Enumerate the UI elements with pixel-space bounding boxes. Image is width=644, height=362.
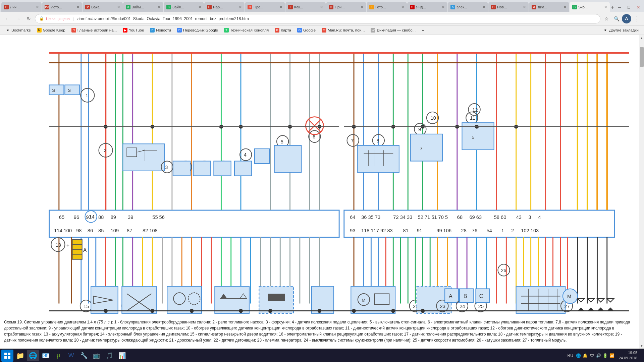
- taskbar-chrome[interactable]: 🌐: [27, 350, 39, 361]
- taskbar-utorrent[interactable]: μ: [52, 350, 64, 361]
- tab-5-close[interactable]: ✕: [198, 5, 201, 9]
- chrome-icon: 🌐: [29, 352, 37, 360]
- tab-7-close[interactable]: ✕: [279, 5, 282, 9]
- close-button[interactable]: ✕: [634, 3, 643, 11]
- tab-12-close[interactable]: ✕: [482, 5, 485, 9]
- tab-10[interactable]: Г Гото... ✕: [367, 2, 407, 12]
- bookmark-google-keep[interactable]: K Google Keep: [34, 26, 68, 34]
- tab-7[interactable]: П Про... ✕: [245, 2, 285, 12]
- svg-text:81: 81: [403, 228, 409, 233]
- security-tray-icon[interactable]: 🛡: [589, 353, 595, 358]
- address-bar[interactable]: 🔓 Не защищено | zinref.ru/avtomobili/Sko…: [35, 14, 600, 23]
- tab-15-active[interactable]: S Sko... ✕: [570, 2, 610, 12]
- network-icon[interactable]: 🌐: [576, 353, 581, 358]
- svg-point-269: [150, 309, 154, 313]
- svg-rect-157: [234, 161, 252, 176]
- start-button[interactable]: [1, 350, 13, 362]
- tab-9-favicon: П: [329, 5, 333, 9]
- reload-button[interactable]: ↻: [24, 14, 34, 23]
- svg-text:C: C: [479, 293, 483, 299]
- bookmark-main-stories[interactable]: П Главные истории на...: [69, 26, 119, 34]
- bookmark-other[interactable]: ★ Другие закладки: [600, 26, 641, 34]
- bookmark-icon-tech: Т: [224, 28, 229, 33]
- page-content: 65 96 97 88 89 39 55 56 14 114 100 98 8: [0, 35, 644, 349]
- bookmark-news[interactable]: В Новости: [147, 26, 174, 34]
- maximize-button[interactable]: □: [625, 3, 633, 11]
- svg-rect-295: [8, 353, 10, 355]
- vertical-scrollbar[interactable]: ▲ ▼: [639, 35, 644, 349]
- bookmark-bookmarks[interactable]: ★ Bookmarks: [3, 26, 34, 34]
- audio-icon[interactable]: 🔊: [596, 353, 601, 358]
- tab-1-close[interactable]: ✕: [36, 5, 39, 9]
- svg-text:87: 87: [127, 228, 132, 233]
- back-button[interactable]: ←: [3, 14, 12, 23]
- menu-button[interactable]: ⋮: [632, 14, 641, 23]
- svg-text:58 60: 58 60: [494, 215, 506, 220]
- tab-2[interactable]: Ис Исто... ✕: [42, 2, 82, 12]
- search-button[interactable]: 🔍: [612, 14, 621, 23]
- tab-6-favicon: Н: [207, 5, 212, 9]
- tab-4-title: Займ...: [132, 5, 156, 9]
- tab-10-close[interactable]: ✕: [401, 5, 404, 9]
- tab-9[interactable]: П При... ✕: [326, 2, 366, 12]
- tab-4-close[interactable]: ✕: [158, 5, 161, 9]
- taskbar-media[interactable]: 📺: [91, 350, 103, 361]
- tab-6-close[interactable]: ✕: [239, 5, 242, 9]
- language-indicator[interactable]: RU: [566, 353, 575, 358]
- taskbar-file-explorer[interactable]: 📁: [14, 350, 26, 361]
- new-tab-button[interactable]: +: [610, 3, 615, 12]
- tab-6[interactable]: Н Нар... ✕: [204, 2, 245, 12]
- battery-icon[interactable]: 🔋: [603, 353, 608, 358]
- tab-11-close[interactable]: ✕: [442, 5, 445, 9]
- diagram-description: Схема 19. Система управления двигателем …: [4, 320, 630, 343]
- taskbar-itunes[interactable]: 🎵: [103, 350, 115, 361]
- scrollbar-thumb[interactable]: [640, 47, 644, 67]
- tab-14[interactable]: Д Диа... ✕: [529, 2, 569, 12]
- bookmark-star-button[interactable]: ☆: [602, 14, 611, 23]
- bookmark-maps[interactable]: К Карта: [272, 26, 294, 34]
- tab-14-close[interactable]: ✕: [564, 5, 567, 9]
- svg-text:4: 4: [538, 215, 541, 220]
- description-area: Схема 19. Система управления двигателем …: [0, 317, 639, 349]
- svg-point-273: [318, 309, 322, 313]
- bookmark-wikipedia[interactable]: W Википедия — свобо...: [368, 26, 418, 34]
- profile-button[interactable]: A: [622, 14, 631, 23]
- bookmark-translate[interactable]: П Переводчик Google: [174, 26, 221, 34]
- tab-13-close[interactable]: ✕: [523, 5, 526, 9]
- tab-8[interactable]: К Как... ✕: [285, 2, 326, 12]
- forward-button[interactable]: →: [13, 14, 23, 23]
- tab-13[interactable]: D Нов... ✕: [488, 2, 529, 12]
- system-clock[interactable]: 19:05 24.09.2018: [616, 350, 640, 361]
- tab-3[interactable]: Ва Вака... ✕: [83, 2, 123, 12]
- tab-1[interactable]: D Лич... ✕: [1, 2, 42, 12]
- minimize-button[interactable]: ─: [615, 3, 624, 11]
- svg-text:102 103: 102 103: [521, 228, 539, 233]
- notification-icon[interactable]: 🔔: [583, 353, 588, 358]
- bookmark-google[interactable]: G Google: [294, 26, 318, 34]
- tab-3-close[interactable]: ✕: [117, 5, 120, 9]
- tab-3-title: Вака...: [91, 5, 116, 9]
- bookmark-mail[interactable]: М Mail.Ru: почта, пои...: [319, 26, 367, 34]
- bookmark-more[interactable]: »: [419, 26, 426, 34]
- svg-text:26: 26: [501, 268, 506, 273]
- tab-2-close[interactable]: ✕: [76, 5, 79, 9]
- language-text: RU: [568, 353, 573, 358]
- taskbar-word[interactable]: W: [65, 350, 77, 361]
- taskbar-excel[interactable]: 📊: [116, 350, 128, 361]
- bookmark-label-news: Новости: [156, 28, 171, 32]
- tab-12[interactable]: э элек... ✕: [448, 2, 488, 12]
- tab-4[interactable]: З Займ... ✕: [123, 2, 163, 12]
- svg-text:1: 1: [86, 93, 88, 98]
- signal-icon[interactable]: 📶: [609, 353, 615, 358]
- taskbar-app6[interactable]: 🔧: [78, 350, 90, 361]
- tab-7-title: Про...: [254, 5, 278, 9]
- svg-text:28: 28: [461, 228, 467, 233]
- bookmark-youtube[interactable]: ▶ YouTube: [120, 26, 147, 34]
- tab-15-close[interactable]: ✕: [604, 5, 607, 9]
- tab-5[interactable]: З Займ... ✕: [164, 2, 204, 12]
- taskbar-email[interactable]: 📧: [40, 350, 52, 361]
- tab-11[interactable]: Я Янд... ✕: [407, 2, 447, 12]
- tab-9-close[interactable]: ✕: [361, 5, 364, 9]
- bookmark-tech[interactable]: Т Техническая Конопля: [221, 26, 271, 34]
- tab-8-close[interactable]: ✕: [320, 5, 323, 9]
